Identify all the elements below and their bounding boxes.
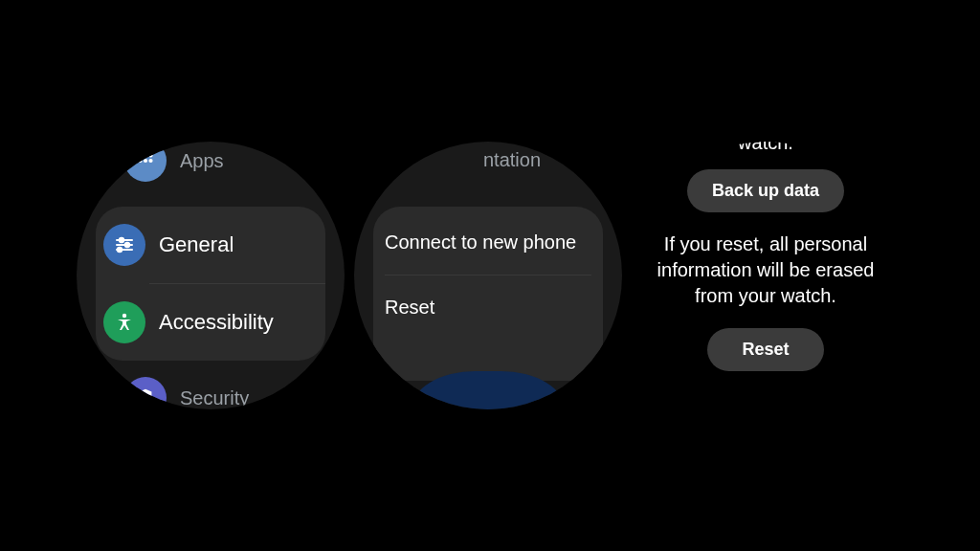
- svg-point-7: [120, 238, 123, 242]
- svg-point-11: [118, 248, 122, 252]
- item-reset[interactable]: Reset: [373, 276, 603, 340]
- apps-label: Apps: [180, 150, 224, 172]
- accessibility-icon: [103, 301, 145, 343]
- accessibility-label: Accessibility: [159, 310, 274, 335]
- partial-top-text: watch.: [738, 142, 793, 156]
- reset-button[interactable]: Reset: [707, 328, 823, 371]
- svg-point-9: [125, 243, 129, 247]
- item-general[interactable]: General: [96, 207, 325, 283]
- reset-label: Reset: [385, 297, 434, 318]
- watch-face-settings: Apps General Accessibility: [77, 142, 345, 409]
- partial-item-orientation[interactable]: ntation: [354, 149, 622, 171]
- backup-button[interactable]: Back up data: [687, 169, 844, 212]
- svg-point-5: [148, 159, 152, 163]
- item-accessibility[interactable]: Accessibility: [96, 284, 325, 361]
- security-icon: [124, 377, 167, 409]
- security-label: Security: [180, 387, 249, 409]
- settings-group: General Accessibility: [96, 207, 325, 361]
- svg-point-12: [122, 314, 126, 318]
- item-apps[interactable]: Apps: [77, 142, 345, 182]
- svg-point-2: [148, 153, 152, 157]
- reset-warning-text: If you reset, all personal information w…: [632, 231, 900, 309]
- general-group: Connect to new phone Reset: [373, 207, 603, 381]
- watch-face-general: ntation Connect to new phone Reset: [354, 142, 622, 409]
- svg-point-1: [144, 153, 147, 157]
- watch-face-reset-confirm: watch. Back up data If you reset, all pe…: [632, 142, 900, 409]
- orientation-partial-label: ntation: [483, 149, 541, 170]
- general-label: General: [159, 232, 234, 257]
- svg-point-4: [144, 159, 147, 163]
- sliders-icon: [103, 224, 145, 266]
- item-security[interactable]: Security: [77, 377, 345, 409]
- svg-point-3: [138, 159, 142, 163]
- svg-point-0: [138, 153, 142, 157]
- apps-icon: [124, 142, 167, 182]
- connect-label: Connect to new phone: [385, 231, 576, 253]
- item-connect-new-phone[interactable]: Connect to new phone: [373, 207, 603, 275]
